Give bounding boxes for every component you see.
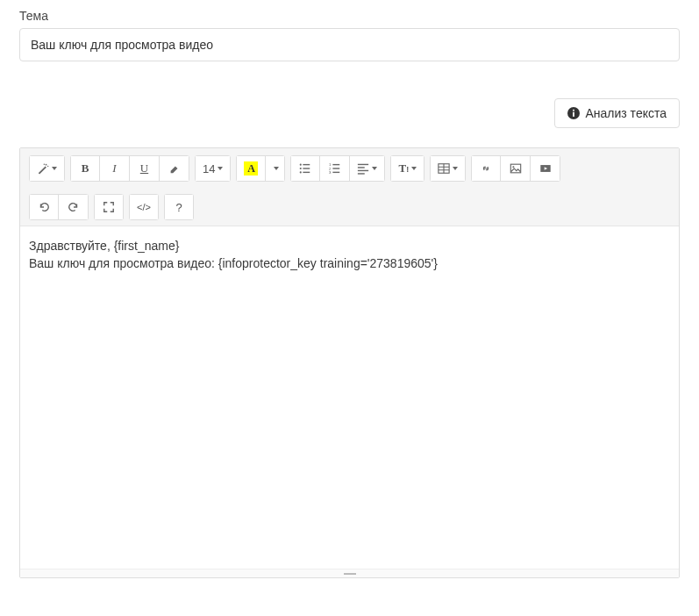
svg-rect-17 (332, 172, 339, 173)
svg-point-5 (44, 163, 45, 164)
table-button[interactable] (430, 155, 466, 182)
grip-icon (344, 573, 356, 575)
fullscreen-icon (103, 201, 115, 213)
eraser-icon (168, 162, 181, 175)
chevron-down-icon (52, 167, 57, 170)
undo-icon (38, 201, 50, 213)
editor-line: Ваш ключ для просмотра видео: {infoprote… (29, 254, 670, 272)
ordered-list-button[interactable]: 123 (320, 155, 350, 182)
font-color-button[interactable]: A (236, 155, 266, 182)
unordered-list-button[interactable] (290, 155, 320, 182)
font-color-dropdown[interactable] (266, 155, 285, 182)
help-button[interactable]: ? (164, 194, 194, 220)
paragraph-align-button[interactable] (350, 155, 385, 182)
chevron-down-icon (453, 167, 458, 170)
svg-rect-15 (332, 168, 339, 168)
style-button[interactable] (29, 155, 65, 182)
chevron-down-icon (411, 167, 417, 170)
svg-rect-26 (510, 164, 520, 173)
chevron-down-icon (218, 167, 223, 170)
list-ol-icon: 123 (329, 162, 341, 175)
svg-rect-18 (358, 164, 368, 165)
subject-label: Тема (19, 9, 680, 23)
svg-rect-19 (358, 167, 365, 168)
editor-toolbar: B I U 14 A (20, 148, 679, 226)
chevron-down-icon (372, 167, 377, 170)
align-icon (357, 162, 369, 175)
svg-rect-2 (574, 110, 575, 111)
link-icon (480, 162, 492, 175)
image-button[interactable] (501, 155, 531, 182)
list-ul-icon (299, 162, 311, 175)
svg-rect-11 (303, 172, 310, 173)
editor-line: Здравствуйте, {first_name} (29, 237, 670, 254)
info-icon (567, 107, 580, 119)
italic-button[interactable]: I (100, 155, 130, 182)
underline-button[interactable]: U (130, 155, 160, 182)
analyze-text-label: Анализ текста (585, 106, 667, 120)
analyze-text-button[interactable]: Анализ текста (554, 98, 680, 128)
font-color-icon: A (244, 161, 258, 175)
svg-point-10 (300, 171, 302, 173)
font-size-value: 14 (203, 162, 215, 175)
video-button[interactable] (531, 155, 560, 182)
font-size-button[interactable]: 14 (195, 155, 231, 182)
svg-text:3: 3 (329, 170, 332, 175)
svg-rect-20 (358, 170, 368, 171)
code-view-button[interactable]: </> (129, 194, 159, 220)
chevron-down-icon (274, 167, 279, 170)
video-icon (539, 162, 552, 175)
svg-rect-9 (303, 168, 310, 168)
fullscreen-button[interactable] (94, 194, 124, 220)
svg-rect-1 (574, 112, 575, 117)
svg-rect-7 (303, 164, 310, 165)
svg-point-27 (512, 166, 514, 168)
bold-button[interactable]: B (70, 155, 100, 182)
resize-handle[interactable] (20, 569, 679, 577)
svg-rect-21 (358, 173, 365, 174)
redo-button[interactable] (59, 194, 89, 220)
undo-button[interactable] (29, 194, 59, 220)
svg-point-6 (300, 164, 302, 166)
heading-icon: T! (398, 161, 409, 175)
svg-point-4 (47, 166, 48, 167)
svg-point-3 (46, 164, 47, 166)
editor-content[interactable]: Здравствуйте, {first_name} Ваш ключ для … (20, 226, 679, 569)
svg-point-8 (300, 168, 302, 169)
redo-icon (68, 201, 80, 213)
magic-icon (37, 162, 49, 175)
image-icon (510, 162, 522, 175)
subject-input[interactable] (19, 28, 680, 61)
heading-button[interactable]: T! (390, 155, 424, 182)
link-button[interactable] (471, 155, 501, 182)
rich-text-editor: B I U 14 A (19, 147, 680, 578)
svg-rect-13 (332, 164, 339, 165)
clear-format-button[interactable] (160, 155, 189, 182)
table-icon (438, 162, 450, 175)
